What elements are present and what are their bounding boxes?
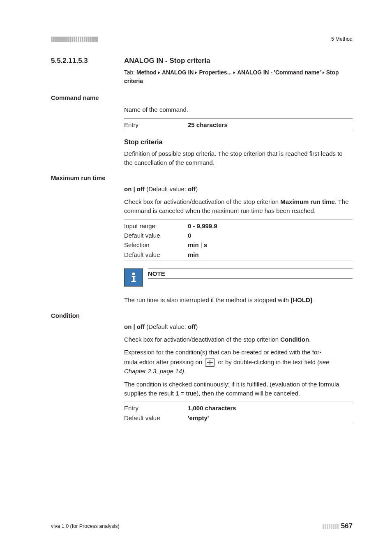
condition-heading: Condition xyxy=(51,312,353,319)
onoff-mid: (Default value: xyxy=(145,323,188,330)
selection-s: s xyxy=(204,241,207,248)
stop-criteria-heading: Stop criteria xyxy=(124,139,353,146)
condition-desc2: Expression for the condition(s) that can… xyxy=(124,348,353,357)
info-icon xyxy=(124,268,143,287)
onoff-mid: (Default value: xyxy=(145,185,188,192)
page-header: 5 Method xyxy=(51,36,353,42)
condition-desc3-pre: mula editor after pressing on xyxy=(124,358,204,365)
entry-value: 1,000 characters xyxy=(188,403,236,413)
default-value-value: 0 xyxy=(188,231,191,240)
onoff-options: on | off xyxy=(124,185,145,192)
onoff-default: off xyxy=(188,185,196,192)
svg-rect-3 xyxy=(131,281,136,282)
header-decoration-left xyxy=(51,37,98,42)
max-run-desc-bold: Maximum run time xyxy=(280,198,335,205)
note-body-post: . xyxy=(312,296,314,303)
selection-min: min xyxy=(188,241,199,248)
tab-path-seg-3: ANALOG IN - 'Command name' xyxy=(237,69,321,76)
condition-desc4: The condition is checked continuously; i… xyxy=(124,380,353,398)
section-heading: 5.5.2.11.5.3 ANALOG IN - Stop criteria xyxy=(51,57,353,65)
selection-label: Selection xyxy=(124,240,188,250)
condition-desc3: mula editor after pressing on or by doub… xyxy=(124,358,353,376)
note-body-bold: [HOLD] xyxy=(291,296,312,303)
section-title: ANALOG IN - Stop criteria xyxy=(124,57,210,65)
max-run-desc-pre: Check box for activation/deactivation of… xyxy=(124,198,280,205)
entry-label: Entry xyxy=(124,403,188,413)
page-footer: viva 1.0 (for Process analysis) 567 xyxy=(51,522,353,530)
condition-desc1-pre: Check box for activation/deactivation of… xyxy=(124,336,280,343)
tab-path: Tab: MethodANALOG INProperties...ANALOG … xyxy=(124,68,353,86)
entry-label: Entry xyxy=(124,120,188,130)
section-number: 5.5.2.11.5.3 xyxy=(51,57,124,65)
triangle-icon xyxy=(233,72,235,74)
max-run-onoff: on | off (Default value: off) xyxy=(124,185,353,192)
formula-editor-icon xyxy=(205,358,215,367)
footer-decoration xyxy=(323,524,339,529)
default-value-label: Default value xyxy=(124,231,188,240)
command-name-table: Entry 25 characters xyxy=(124,118,353,131)
svg-rect-2 xyxy=(133,276,135,281)
condition-table: Entry 1,000 characters Default value 'em… xyxy=(124,402,353,424)
note-body: The run time is also interrupted if the … xyxy=(124,296,353,305)
entry-value: 25 characters xyxy=(188,120,228,130)
header-chapter: 5 Method xyxy=(331,36,353,42)
onoff-suffix: ) xyxy=(196,323,198,330)
triangle-icon xyxy=(158,72,160,74)
tab-path-prefix: Tab: xyxy=(124,69,136,76)
selection-value: min | s xyxy=(188,240,207,250)
note-box: NOTE The run time is also interrupted if… xyxy=(124,268,353,305)
command-name-heading: Command name xyxy=(51,94,353,101)
footer-left: viva 1.0 (for Process analysis) xyxy=(51,523,120,529)
condition-desc1-post: . xyxy=(309,336,311,343)
default-value-value: 'empty' xyxy=(188,413,209,423)
condition-desc4-post: = true), then the command will be cancel… xyxy=(179,390,300,397)
input-range-value: 0 - 9,999.9 xyxy=(188,221,217,231)
max-run-heading: Maximum run time xyxy=(51,174,353,181)
condition-desc1: Check box for activation/deactivation of… xyxy=(124,335,353,344)
svg-point-0 xyxy=(132,273,135,275)
note-body-pre: The run time is also interrupted if the … xyxy=(124,296,291,303)
default-value-label: Default value xyxy=(124,413,188,423)
condition-onoff: on | off (Default value: off) xyxy=(124,323,353,330)
condition-desc3-dot: . xyxy=(184,368,186,375)
triangle-icon xyxy=(195,72,197,74)
onoff-default: off xyxy=(188,323,196,330)
condition-desc1-bold: Condition xyxy=(280,336,309,343)
triangle-icon xyxy=(323,72,325,74)
onoff-suffix: ) xyxy=(196,185,198,192)
command-name-desc: Name of the command. xyxy=(124,105,353,114)
selection-sep: | xyxy=(199,241,204,248)
tab-path-seg-1: ANALOG IN xyxy=(162,69,194,76)
stop-criteria-desc: Definition of possible stop criteria. Th… xyxy=(124,149,353,167)
default-value-label-2: Default value xyxy=(124,250,188,259)
note-title: NOTE xyxy=(148,268,353,279)
onoff-options: on | off xyxy=(124,323,145,330)
input-range-label: Input range xyxy=(124,221,188,231)
condition-desc3-post: or by double-clicking in the text field xyxy=(216,358,317,365)
max-run-table: Input range 0 - 9,999.9 Default value 0 … xyxy=(124,220,353,261)
max-run-desc: Check box for activation/deactivation of… xyxy=(124,197,353,215)
page-number: 567 xyxy=(341,522,353,530)
tab-path-seg-2: Properties... xyxy=(199,69,232,76)
default-value-value-2: min xyxy=(188,250,199,259)
tab-path-seg-0: Method xyxy=(136,69,157,76)
